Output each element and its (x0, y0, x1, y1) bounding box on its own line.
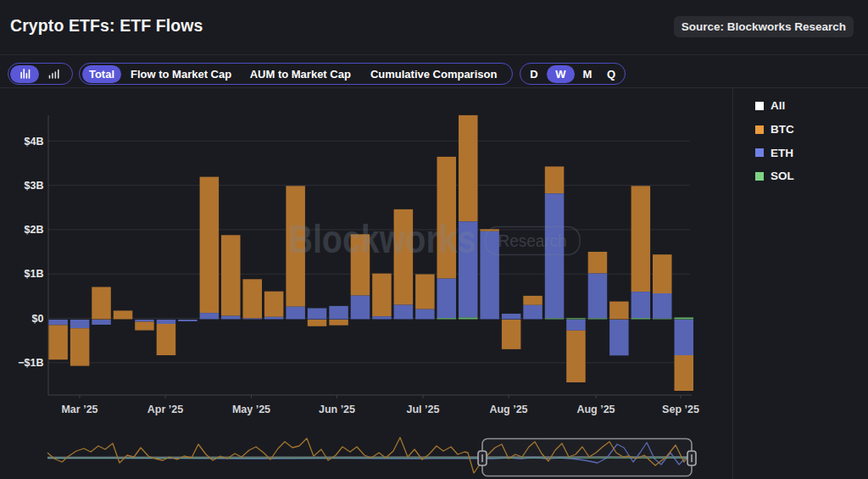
svg-text:Jun ’25: Jun ’25 (319, 404, 355, 415)
svg-text:Mar ’25: Mar ’25 (61, 404, 97, 415)
svg-text:Aug ’25: Aug ’25 (489, 404, 527, 415)
svg-text:$3B: $3B (25, 180, 44, 192)
svg-text:Apr ’25: Apr ’25 (147, 404, 183, 415)
svg-text:Research: Research (498, 231, 567, 250)
svg-text:Aug ’25: Aug ’25 (576, 404, 615, 415)
svg-text:$1B: $1B (25, 268, 44, 280)
svg-text:$4B: $4B (25, 136, 44, 148)
svg-text:Sep ’25: Sep ’25 (662, 404, 699, 415)
svg-text:−$1B: −$1B (18, 357, 43, 369)
svg-text:Jul ’25: Jul ’25 (407, 404, 440, 415)
svg-text:May ’25: May ’25 (232, 404, 270, 415)
svg-text:$2B: $2B (25, 224, 44, 236)
svg-text:$0: $0 (32, 313, 44, 325)
svg-text:Blockworks: Blockworks (289, 217, 476, 261)
